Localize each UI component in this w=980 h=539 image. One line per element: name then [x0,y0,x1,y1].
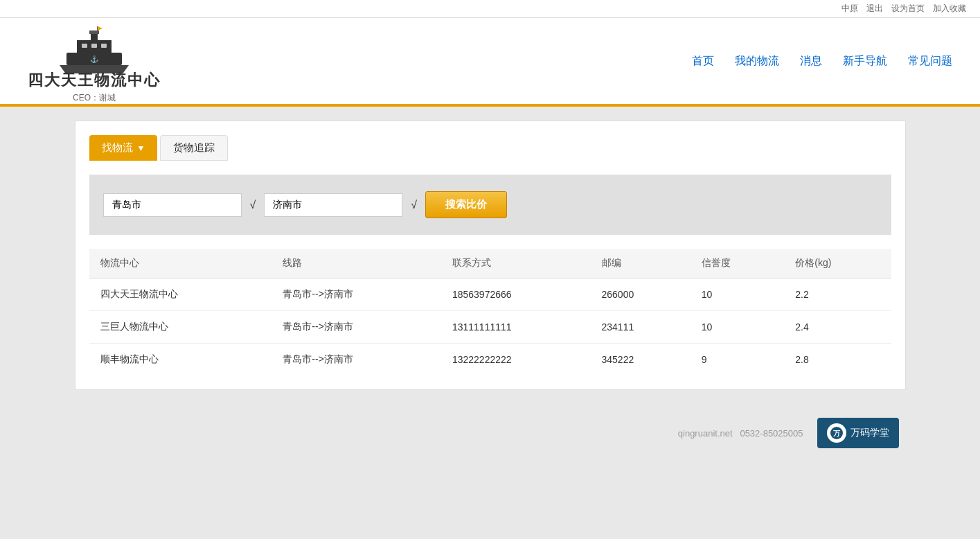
to-checkmark: √ [411,199,417,211]
cell-contact-0: 18563972666 [441,279,591,311]
cell-price-0: 2.2 [784,279,891,311]
topbar-logout[interactable]: 退出 [866,3,883,15]
from-checkmark: √ [250,199,256,211]
cell-credit-2: 9 [691,344,785,376]
topbar-zhongyuan[interactable]: 中原 [841,3,858,15]
topbar-bookmark[interactable]: 加入收藏 [933,3,966,15]
nav-messages[interactable]: 消息 [800,54,822,69]
nav-guide[interactable]: 新手导航 [843,54,887,69]
cell-zip-0: 266000 [591,279,691,311]
tab-bar: 找物流 ▼ 货物追踪 [89,135,891,161]
cell-route-2: 青岛市-->济南市 [271,344,441,376]
logo-area: ⚓ 四大天王物流中心 CEO：谢城 [28,25,161,104]
footer-contact: qingruanit.net 0532-85025005 [678,428,803,439]
svg-marker-6 [98,26,103,30]
watermark-text: 万码学堂 [850,427,889,439]
main-content: 找物流 ▼ 货物追踪 √ √ 搜索比价 物流中心 线路 联系方式 邮编 信誉度 … [75,121,906,390]
col-header-name: 物流中心 [89,249,272,279]
svg-rect-4 [89,30,99,34]
svg-text:⚓: ⚓ [90,55,99,64]
cell-name-1: 三巨人物流中心 [89,311,272,344]
col-header-zip: 邮编 [591,249,691,279]
table-row: 四大天王物流中心 青岛市-->济南市 18563972666 266000 10… [89,279,891,311]
cell-route-0: 青岛市-->济南市 [271,279,441,311]
cell-credit-0: 10 [691,279,785,311]
cell-name-2: 顺丰物流中心 [89,344,272,376]
header: ⚓ 四大天王物流中心 CEO：谢城 首页 我的物流 消息 新手导航 常见问题 [0,18,980,107]
search-from-input[interactable] [103,193,242,217]
cell-zip-2: 345222 [591,344,691,376]
cell-credit-1: 10 [691,311,785,344]
svg-text:万: 万 [832,430,841,437]
footer-area: qingruanit.net 0532-85025005 万 万码学堂 [75,404,906,462]
col-header-price: 价格(kg) [784,249,891,279]
table-row: 顺丰物流中心 青岛市-->济南市 13222222222 345222 9 2.… [89,344,891,376]
top-bar: 中原 退出 设为首页 加入收藏 [0,0,980,18]
cell-contact-1: 13111111111 [441,311,591,344]
nav-faq[interactable]: 常见问题 [908,54,952,69]
logo-text: 四大天王物流中心 [28,70,161,91]
col-header-route: 线路 [271,249,441,279]
svg-rect-9 [101,44,107,48]
results-table: 物流中心 线路 联系方式 邮编 信誉度 价格(kg) 四大天王物流中心 青岛市-… [89,249,891,375]
svg-rect-7 [82,44,87,48]
cell-price-2: 2.8 [784,344,891,376]
cell-name-0: 四大天王物流中心 [89,279,272,311]
logo-ceo: CEO：谢城 [73,92,116,104]
search-to-input[interactable] [264,193,402,217]
watermark-badge: 万 万码学堂 [817,418,899,448]
main-nav: 首页 我的物流 消息 新手导航 常见问题 [692,54,952,76]
logo-ship-icon: ⚓ [53,25,136,73]
table-row: 三巨人物流中心 青岛市-->济南市 13111111111 234111 10 … [89,311,891,344]
nav-home[interactable]: 首页 [692,54,714,69]
footer-phone: 0532-85025005 [740,428,803,439]
search-button[interactable]: 搜索比价 [425,191,507,218]
tab-cargo-tracking[interactable]: 货物追踪 [160,135,228,161]
col-header-contact: 联系方式 [441,249,591,279]
watermark-icon: 万 [827,423,846,443]
tab-find-logistics-label: 找物流 [102,141,133,154]
tab-dropdown-icon: ▼ [137,143,145,153]
nav-my-logistics[interactable]: 我的物流 [735,54,779,69]
tab-cargo-tracking-label: 货物追踪 [173,141,215,153]
topbar-set-homepage[interactable]: 设为首页 [891,3,925,15]
cell-contact-2: 13222222222 [441,344,591,376]
svg-rect-8 [91,44,97,48]
tab-find-logistics[interactable]: 找物流 ▼ [89,135,158,161]
cell-route-1: 青岛市-->济南市 [271,311,441,344]
footer-website: qingruanit.net [678,428,733,439]
col-header-credit: 信誉度 [691,249,785,279]
cell-price-1: 2.4 [784,311,891,344]
cell-zip-1: 234111 [591,311,691,344]
search-area: √ √ 搜索比价 [89,175,891,235]
